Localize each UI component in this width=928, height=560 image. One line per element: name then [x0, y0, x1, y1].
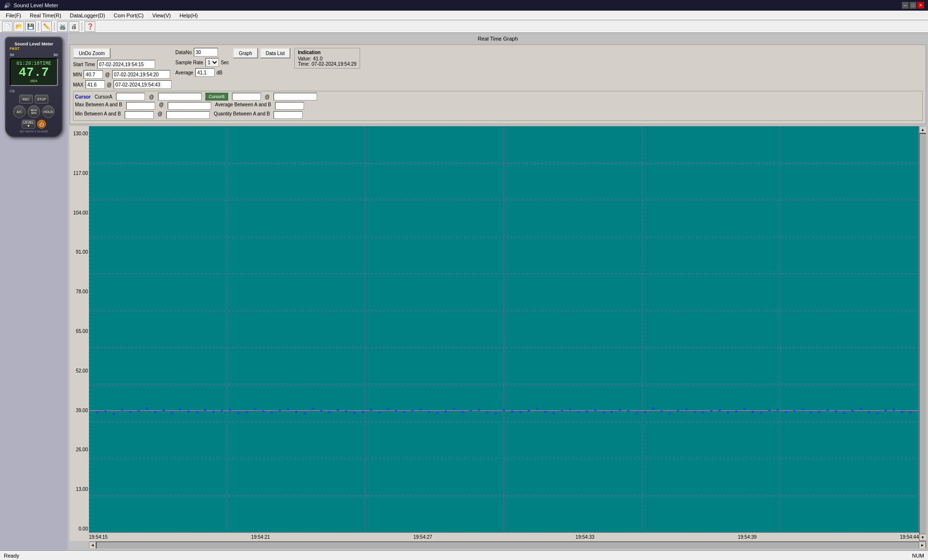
maximize-button[interactable]: □ — [910, 2, 916, 9]
svg-point-60 — [395, 410, 397, 412]
print-preview-button[interactable]: 🖨 — [69, 21, 79, 32]
svg-point-96 — [694, 411, 696, 413]
min-value-input[interactable] — [84, 70, 103, 79]
close-button[interactable]: ✕ — [917, 2, 924, 9]
min-ab-input[interactable] — [125, 111, 154, 119]
svg-point-41 — [237, 412, 239, 414]
svg-point-56 — [362, 411, 364, 413]
min-ab-time-input[interactable] — [166, 111, 210, 119]
device-mode: FAST — [10, 46, 19, 51]
cursor-b-at: @ — [265, 94, 270, 100]
svg-point-87 — [619, 409, 621, 411]
svg-point-44 — [262, 410, 264, 412]
average-unit: dB — [217, 70, 222, 75]
toolbar-separator-1 — [38, 22, 39, 31]
cursor-section-label: Cursor — [75, 94, 91, 100]
qty-ab-input[interactable] — [274, 111, 303, 119]
cursor-b-button[interactable]: CursorB — [205, 93, 228, 101]
max-value-input[interactable] — [86, 80, 105, 89]
max-time-input[interactable] — [114, 80, 172, 89]
svg-point-81 — [569, 408, 571, 410]
stup-button[interactable]: STUP — [35, 95, 48, 103]
graph-x-axis: 19:54:15 19:54:21 19:54:27 19:54:33 19:5… — [89, 532, 919, 541]
rec-button[interactable]: REC — [19, 95, 33, 103]
print-button[interactable]: 🖨️ — [57, 21, 68, 32]
edit-button[interactable]: ✏️ — [41, 21, 52, 32]
max-ab-label: Max Between A and B — [75, 102, 122, 110]
hold-button[interactable]: HOLD — [42, 105, 55, 118]
level-button[interactable]: LEVEL▼ — [22, 120, 35, 129]
minimize-button[interactable]: ─ — [902, 2, 909, 9]
scrollbar-right-button[interactable]: ► — [919, 542, 926, 549]
menu-bar: File(F) Real Time(R) DataLogger(D) Com P… — [0, 11, 928, 20]
cursor-a-input[interactable] — [116, 93, 145, 101]
svg-point-72 — [494, 413, 496, 415]
scrollbar-up-button[interactable]: ▲ — [919, 126, 927, 133]
svg-point-67 — [453, 407, 455, 409]
indication-box: Indication Value: 41.0 Time: 07-02-2024,… — [294, 48, 360, 69]
cursor-a-time-input[interactable] — [158, 93, 202, 101]
svg-point-36 — [196, 412, 198, 414]
svg-point-51 — [320, 410, 322, 412]
maxmin-button[interactable]: MAXMIN — [28, 105, 40, 118]
ac-button[interactable]: A/C — [13, 105, 26, 118]
svg-point-59 — [387, 408, 389, 410]
avg-ab-input[interactable] — [275, 102, 304, 110]
cursor-b-time-input[interactable] — [274, 93, 317, 101]
save-button[interactable]: 💾 — [25, 21, 36, 32]
svg-point-109 — [802, 408, 804, 410]
svg-point-47 — [287, 408, 289, 410]
average-input[interactable] — [195, 68, 215, 77]
datano-input[interactable] — [194, 48, 218, 57]
scrollbar-down-button[interactable]: ▼ — [919, 534, 927, 541]
svg-point-24 — [96, 412, 98, 414]
menu-help[interactable]: Help(H) — [175, 12, 202, 19]
open-button[interactable]: 📂 — [14, 21, 24, 32]
sample-rate-select[interactable]: 1 2 5 — [205, 58, 219, 67]
svg-point-42 — [246, 411, 247, 413]
scrollbar-left-button[interactable]: ◄ — [89, 542, 96, 549]
min-ab-at: @ — [158, 111, 162, 119]
scale-low: 39 — [10, 53, 14, 57]
svg-point-82 — [578, 411, 580, 413]
scale-high: 80 — [54, 53, 58, 57]
y-label-4: 78.00 — [71, 289, 88, 294]
menu-datalogger[interactable]: DataLogger(D) — [66, 12, 109, 19]
svg-point-35 — [188, 410, 189, 412]
cursor-b-input[interactable] — [232, 93, 261, 101]
scrollbar-h-track[interactable] — [96, 542, 919, 549]
graph-canvas[interactable] — [89, 126, 919, 532]
svg-point-112 — [826, 409, 828, 411]
start-time-input[interactable] — [97, 60, 155, 69]
svg-point-118 — [876, 413, 878, 415]
svg-point-32 — [163, 410, 165, 412]
svg-point-95 — [685, 408, 687, 410]
power-button[interactable]: ⏻ — [37, 120, 46, 129]
svg-point-64 — [428, 411, 430, 413]
svg-point-50 — [312, 407, 314, 409]
scrollbar-v-track[interactable] — [919, 133, 927, 534]
svg-point-107 — [785, 411, 787, 413]
help-button[interactable]: ❓ — [85, 21, 95, 32]
data-list-button[interactable]: Data List — [260, 48, 290, 58]
graph-button[interactable]: Graph — [233, 48, 258, 58]
device-buttons: REC STUP A/C MAXMIN HOLD LEVEL▼ ⏻ — [10, 95, 58, 129]
min-time-input[interactable] — [112, 70, 170, 79]
menu-file[interactable]: File(F) — [2, 12, 25, 19]
svg-point-101 — [735, 410, 737, 412]
svg-point-79 — [553, 412, 555, 414]
x-label-5: 19:54:44 — [900, 534, 919, 540]
menu-view[interactable]: View(V) — [148, 12, 174, 19]
svg-point-105 — [768, 410, 770, 412]
svg-point-106 — [777, 409, 779, 411]
menu-comport[interactable]: Com Port(C) — [110, 12, 147, 19]
max-ab-input[interactable] — [126, 102, 155, 110]
max-ab-time-input[interactable] — [168, 102, 211, 110]
title-bar-text: Sound Level Meter — [14, 2, 58, 8]
menu-realtime[interactable]: Real Time(R) — [26, 12, 65, 19]
undo-zoom-button[interactable]: UnDo Zoom — [73, 48, 111, 58]
svg-point-33 — [171, 412, 173, 414]
new-button[interactable]: 📄 — [2, 21, 13, 32]
toolbar: 📄 📂 💾 ✏️ 🖨️ 🖨 ❓ — [0, 20, 928, 33]
svg-point-113 — [835, 410, 837, 412]
